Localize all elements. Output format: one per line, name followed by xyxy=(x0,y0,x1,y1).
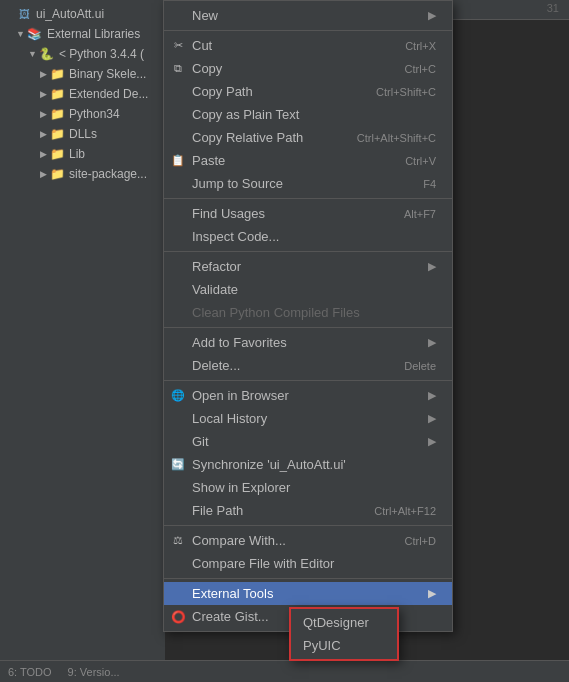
folder-icon: 📁 xyxy=(49,66,65,82)
menu-item-favorites[interactable]: Add to Favorites ▶ xyxy=(164,331,452,354)
statusbar-todo: 6: TODO xyxy=(8,666,52,678)
paste-icon: 📋 xyxy=(170,153,186,169)
menu-item-jump-source[interactable]: Jump to Source F4 xyxy=(164,172,452,195)
tree-item-dlls[interactable]: ▶ 📁 DLLs xyxy=(0,124,165,144)
menu-item-copy-plain[interactable]: Copy as Plain Text xyxy=(164,103,452,126)
context-menu: New ▶ ✂ Cut Ctrl+X ⧉ Copy Ctrl+C Copy Pa… xyxy=(163,0,453,632)
folder-icon: 📁 xyxy=(49,86,65,102)
menu-label: New xyxy=(192,8,218,23)
ui-file-icon: 🖼 xyxy=(16,6,32,22)
arrow-icon: ▶ xyxy=(428,336,436,349)
menu-item-paste[interactable]: 📋 Paste Ctrl+V xyxy=(164,149,452,172)
shortcut: Ctrl+D xyxy=(405,535,436,547)
arrow-icon: ▶ xyxy=(428,412,436,425)
menu-item-cut[interactable]: ✂ Cut Ctrl+X xyxy=(164,34,452,57)
menu-item-inspect-code[interactable]: Inspect Code... xyxy=(164,225,452,248)
menu-item-copy-relative[interactable]: Copy Relative Path Ctrl+Alt+Shift+C xyxy=(164,126,452,149)
sync-icon: 🔄 xyxy=(170,457,186,473)
menu-label: Open in Browser xyxy=(192,388,289,403)
menu-item-copy-path[interactable]: Copy Path Ctrl+Shift+C xyxy=(164,80,452,103)
tree-item-site-packages[interactable]: ▶ 📁 site-package... xyxy=(0,164,165,184)
separator xyxy=(164,380,452,381)
menu-item-delete[interactable]: Delete... Delete xyxy=(164,354,452,377)
menu-item-clean[interactable]: Clean Python Compiled Files xyxy=(164,301,452,324)
shortcut: Delete xyxy=(404,360,436,372)
shortcut: Ctrl+C xyxy=(405,63,436,75)
folder-icon: 📁 xyxy=(49,146,65,162)
separator xyxy=(164,525,452,526)
arrow-icon: ▶ xyxy=(428,9,436,22)
tree-item-binary-skele[interactable]: ▶ 📁 Binary Skele... xyxy=(0,64,165,84)
sidebar: 🖼 ui_AutoAtt.ui ▼ 📚 External Libraries ▼… xyxy=(0,0,165,682)
tree-item-external-libraries[interactable]: ▼ 📚 External Libraries xyxy=(0,24,165,44)
shortcut: Alt+F7 xyxy=(404,208,436,220)
menu-item-refactor[interactable]: Refactor ▶ xyxy=(164,255,452,278)
menu-item-validate[interactable]: Validate xyxy=(164,278,452,301)
menu-item-compare[interactable]: ⚖ Compare With... Ctrl+D xyxy=(164,529,452,552)
arrow-icon: ▶ xyxy=(428,260,436,273)
cut-icon: ✂ xyxy=(170,38,186,54)
tree-label: < Python 3.4.4 ( xyxy=(59,47,144,61)
folder-icon: 📁 xyxy=(49,166,65,182)
menu-label: Clean Python Compiled Files xyxy=(192,305,360,320)
compare-icon: ⚖ xyxy=(170,533,186,549)
external-tools-submenu: QtDesigner PyUIC xyxy=(289,607,399,661)
menu-label: External Tools xyxy=(192,586,273,601)
tree-label: External Libraries xyxy=(47,27,140,41)
shortcut: F4 xyxy=(423,178,436,190)
separator xyxy=(164,198,452,199)
collapse-icon: ▶ xyxy=(40,89,47,99)
browser-icon: 🌐 xyxy=(170,388,186,404)
arrow-icon: ▶ xyxy=(428,389,436,402)
submenu-item-pyuic[interactable]: PyUIC xyxy=(291,634,397,657)
menu-item-new[interactable]: New ▶ xyxy=(164,4,452,27)
menu-label: Copy Path xyxy=(192,84,253,99)
menu-item-find-usages[interactable]: Find Usages Alt+F7 xyxy=(164,202,452,225)
collapse-icon: ▼ xyxy=(28,49,37,59)
menu-label: Jump to Source xyxy=(192,176,283,191)
menu-item-copy[interactable]: ⧉ Copy Ctrl+C xyxy=(164,57,452,80)
menu-label: Create Gist... xyxy=(192,609,269,624)
tree-label: Binary Skele... xyxy=(69,67,146,81)
menu-label: Copy Relative Path xyxy=(192,130,303,145)
menu-label: Cut xyxy=(192,38,212,53)
menu-item-file-path[interactable]: File Path Ctrl+Alt+F12 xyxy=(164,499,452,522)
shortcut: Ctrl+V xyxy=(405,155,436,167)
menu-item-synchronize[interactable]: 🔄 Synchronize 'ui_AutoAtt.ui' xyxy=(164,453,452,476)
menu-item-external-tools[interactable]: External Tools ▶ xyxy=(164,582,452,605)
collapse-icon: ▶ xyxy=(40,129,47,139)
tree-item-lib[interactable]: ▶ 📁 Lib xyxy=(0,144,165,164)
statusbar: 6: TODO 9: Versio... xyxy=(0,660,569,682)
menu-label: File Path xyxy=(192,503,243,518)
tree-item-python34[interactable]: ▶ 📁 Python34 xyxy=(0,104,165,124)
menu-label: Git xyxy=(192,434,209,449)
tree-item-extended[interactable]: ▶ 📁 Extended De... xyxy=(0,84,165,104)
folder-icon: 📁 xyxy=(49,106,65,122)
tree-label: Lib xyxy=(69,147,85,161)
tree-label: Python34 xyxy=(69,107,120,121)
menu-label: Validate xyxy=(192,282,238,297)
menu-item-local-history[interactable]: Local History ▶ xyxy=(164,407,452,430)
tree-item-python[interactable]: ▼ 🐍 < Python 3.4.4 ( xyxy=(0,44,165,64)
submenu-item-qtdesigner[interactable]: QtDesigner xyxy=(291,611,397,634)
menu-label: Refactor xyxy=(192,259,241,274)
python-icon: 🐍 xyxy=(39,46,55,62)
menu-label: Copy xyxy=(192,61,222,76)
menu-label: Local History xyxy=(192,411,267,426)
menu-label: Compare With... xyxy=(192,533,286,548)
tree-item-ui-autoatt[interactable]: 🖼 ui_AutoAtt.ui xyxy=(0,4,165,24)
tree-label: DLLs xyxy=(69,127,97,141)
shortcut: Ctrl+Alt+Shift+C xyxy=(357,132,436,144)
menu-item-show-explorer[interactable]: Show in Explorer xyxy=(164,476,452,499)
menu-item-open-browser[interactable]: 🌐 Open in Browser ▶ xyxy=(164,384,452,407)
submenu-label: PyUIC xyxy=(303,638,341,653)
menu-label: Compare File with Editor xyxy=(192,556,334,571)
menu-item-git[interactable]: Git ▶ xyxy=(164,430,452,453)
menu-label: Copy as Plain Text xyxy=(192,107,299,122)
menu-label: Find Usages xyxy=(192,206,265,221)
tree-label: site-package... xyxy=(69,167,147,181)
collapse-icon: ▶ xyxy=(40,109,47,119)
collapse-icon: ▶ xyxy=(40,149,47,159)
tree-label: ui_AutoAtt.ui xyxy=(36,7,104,21)
menu-item-compare-editor[interactable]: Compare File with Editor xyxy=(164,552,452,575)
